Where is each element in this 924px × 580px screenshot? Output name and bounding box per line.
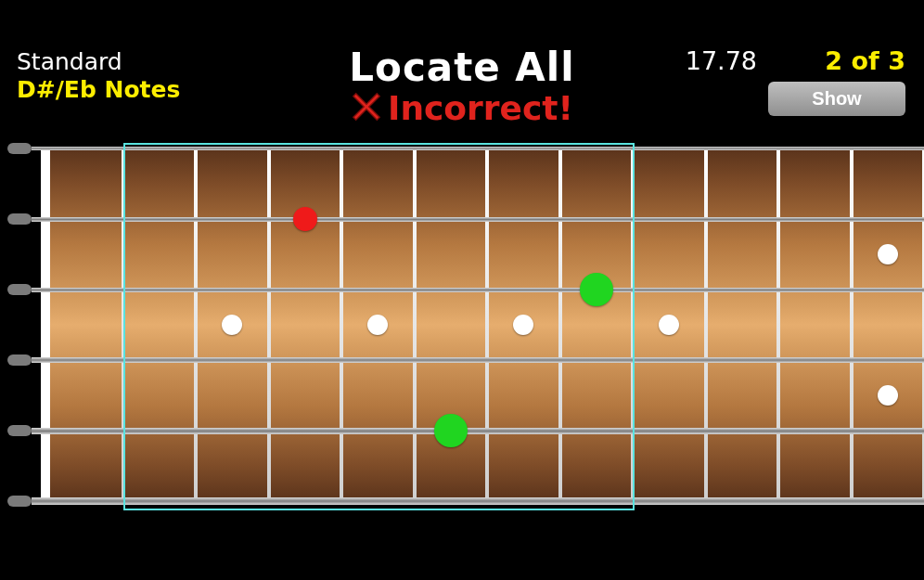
tuning-peg xyxy=(7,284,32,295)
guitar-string[interactable] xyxy=(32,497,924,505)
fret-marker xyxy=(878,244,898,264)
fret-wire xyxy=(631,148,635,501)
fretboard-wood xyxy=(41,148,924,501)
tuning-peg xyxy=(7,496,32,507)
fret-wire xyxy=(776,148,780,501)
fret-wire xyxy=(704,148,708,501)
cross-icon xyxy=(351,91,382,130)
fretboard[interactable] xyxy=(0,135,924,514)
tuning-peg xyxy=(7,354,32,366)
answer-dot-correct xyxy=(580,273,613,306)
fret-wire xyxy=(485,148,489,501)
fret-wire xyxy=(267,148,271,501)
answer-dot-wrong xyxy=(293,207,317,231)
answer-dot-correct xyxy=(434,414,468,447)
progress-count: 2 of 3 xyxy=(825,46,905,75)
fret-wire xyxy=(194,148,198,501)
fret-wire xyxy=(413,148,417,501)
guitar-string[interactable] xyxy=(32,288,924,292)
fret-wire xyxy=(122,148,125,501)
fret-wire xyxy=(850,148,853,501)
fret-wire xyxy=(558,148,562,501)
tuning-peg xyxy=(7,213,32,225)
guitar-string[interactable] xyxy=(32,147,924,150)
fret-marker xyxy=(878,385,898,406)
guitar-string[interactable] xyxy=(32,217,924,222)
fretboard-nut xyxy=(41,148,50,501)
fret-wire xyxy=(340,148,343,501)
tuning-peg xyxy=(7,425,32,436)
tuning-peg xyxy=(7,143,32,154)
timer-value: 17.78 xyxy=(686,46,757,75)
guitar-string[interactable] xyxy=(32,357,924,363)
guitar-string[interactable] xyxy=(32,428,924,434)
feedback-text: Incorrect! xyxy=(388,89,573,127)
show-button[interactable]: Show xyxy=(768,82,905,116)
